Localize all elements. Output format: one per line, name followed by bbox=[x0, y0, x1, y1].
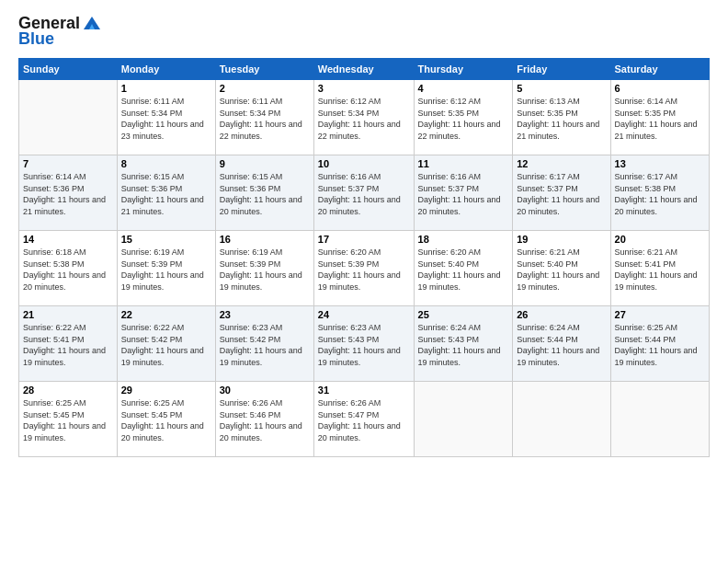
calendar-cell: 16 Sunrise: 6:19 AM Sunset: 5:39 PM Dayl… bbox=[215, 231, 313, 306]
cell-daylight: Daylight: 11 hours and 19 minutes. bbox=[517, 270, 606, 293]
cell-day-number: 7 bbox=[23, 158, 113, 169]
cell-daylight: Daylight: 11 hours and 20 minutes. bbox=[318, 420, 410, 443]
cell-sunrise: Sunrise: 6:25 AM bbox=[615, 322, 705, 334]
cell-daylight: Daylight: 11 hours and 19 minutes. bbox=[615, 345, 705, 368]
cell-day-number: 17 bbox=[318, 234, 410, 245]
cell-info: Sunrise: 6:23 AM Sunset: 5:43 PM Dayligh… bbox=[318, 322, 410, 368]
calendar-cell: 5 Sunrise: 6:13 AM Sunset: 5:35 PM Dayli… bbox=[513, 80, 610, 155]
cell-sunset: Sunset: 5:38 PM bbox=[23, 259, 113, 270]
cell-sunrise: Sunrise: 6:12 AM bbox=[418, 96, 509, 108]
calendar: SundayMondayTuesdayWednesdayThursdayFrid… bbox=[18, 58, 710, 457]
cell-sunrise: Sunrise: 6:21 AM bbox=[615, 247, 705, 259]
cell-info: Sunrise: 6:15 AM Sunset: 5:36 PM Dayligh… bbox=[121, 171, 211, 217]
calendar-cell: 20 Sunrise: 6:21 AM Sunset: 5:41 PM Dayl… bbox=[610, 231, 709, 306]
cell-day-number: 4 bbox=[418, 83, 509, 94]
cell-daylight: Daylight: 11 hours and 20 minutes. bbox=[23, 270, 113, 293]
cell-day-number: 15 bbox=[121, 234, 211, 245]
cell-daylight: Daylight: 11 hours and 21 minutes. bbox=[23, 194, 113, 217]
col-header-saturday: Saturday bbox=[610, 59, 709, 80]
cell-sunset: Sunset: 5:34 PM bbox=[121, 108, 211, 120]
calendar-cell: 10 Sunrise: 6:16 AM Sunset: 5:37 PM Dayl… bbox=[313, 155, 414, 231]
cell-sunset: Sunset: 5:39 PM bbox=[220, 259, 310, 270]
cell-sunset: Sunset: 5:40 PM bbox=[418, 259, 509, 270]
cell-daylight: Daylight: 11 hours and 20 minutes. bbox=[220, 420, 310, 443]
cell-info: Sunrise: 6:22 AM Sunset: 5:42 PM Dayligh… bbox=[121, 322, 211, 368]
cell-sunset: Sunset: 5:37 PM bbox=[318, 183, 410, 195]
cell-sunset: Sunset: 5:42 PM bbox=[121, 334, 211, 346]
cell-day-number: 16 bbox=[220, 234, 310, 245]
logo-blue: Blue bbox=[18, 29, 54, 49]
cell-sunset: Sunset: 5:35 PM bbox=[418, 108, 509, 120]
cell-day-number: 27 bbox=[615, 309, 705, 320]
cell-sunset: Sunset: 5:38 PM bbox=[615, 183, 705, 195]
cell-daylight: Daylight: 11 hours and 19 minutes. bbox=[318, 270, 410, 293]
cell-info: Sunrise: 6:21 AM Sunset: 5:40 PM Dayligh… bbox=[517, 247, 606, 293]
cell-info: Sunrise: 6:14 AM Sunset: 5:35 PM Dayligh… bbox=[615, 96, 705, 142]
cell-sunset: Sunset: 5:39 PM bbox=[121, 259, 211, 270]
calendar-cell: 26 Sunrise: 6:24 AM Sunset: 5:44 PM Dayl… bbox=[513, 306, 610, 382]
calendar-cell: 21 Sunrise: 6:22 AM Sunset: 5:41 PM Dayl… bbox=[19, 306, 118, 382]
cell-sunrise: Sunrise: 6:11 AM bbox=[121, 96, 211, 108]
cell-sunrise: Sunrise: 6:25 AM bbox=[23, 397, 113, 409]
col-header-monday: Monday bbox=[117, 59, 215, 80]
calendar-cell: 1 Sunrise: 6:11 AM Sunset: 5:34 PM Dayli… bbox=[117, 80, 215, 155]
cell-day-number: 30 bbox=[220, 385, 310, 396]
calendar-week-1: 1 Sunrise: 6:11 AM Sunset: 5:34 PM Dayli… bbox=[19, 80, 710, 155]
col-header-sunday: Sunday bbox=[19, 59, 118, 80]
cell-daylight: Daylight: 11 hours and 20 minutes. bbox=[318, 194, 410, 217]
cell-sunset: Sunset: 5:37 PM bbox=[517, 183, 606, 195]
cell-sunset: Sunset: 5:46 PM bbox=[220, 409, 310, 421]
cell-daylight: Daylight: 11 hours and 22 minutes. bbox=[220, 119, 310, 142]
cell-sunrise: Sunrise: 6:19 AM bbox=[220, 247, 310, 259]
page: General Blue SundayMondayTuesdayWednesda… bbox=[0, 0, 728, 563]
calendar-week-2: 7 Sunrise: 6:14 AM Sunset: 5:36 PM Dayli… bbox=[19, 155, 710, 231]
cell-sunrise: Sunrise: 6:16 AM bbox=[418, 171, 509, 183]
cell-sunset: Sunset: 5:37 PM bbox=[418, 183, 509, 195]
cell-sunrise: Sunrise: 6:16 AM bbox=[318, 171, 410, 183]
cell-daylight: Daylight: 11 hours and 19 minutes. bbox=[418, 345, 509, 368]
cell-sunset: Sunset: 5:43 PM bbox=[318, 334, 410, 346]
calendar-cell: 29 Sunrise: 6:25 AM Sunset: 5:45 PM Dayl… bbox=[117, 382, 215, 457]
cell-info: Sunrise: 6:13 AM Sunset: 5:35 PM Dayligh… bbox=[517, 96, 606, 142]
cell-day-number: 26 bbox=[517, 309, 606, 320]
cell-day-number: 14 bbox=[23, 234, 113, 245]
calendar-cell: 4 Sunrise: 6:12 AM Sunset: 5:35 PM Dayli… bbox=[414, 80, 513, 155]
cell-daylight: Daylight: 11 hours and 19 minutes. bbox=[220, 270, 310, 293]
cell-daylight: Daylight: 11 hours and 19 minutes. bbox=[318, 345, 410, 368]
calendar-cell: 24 Sunrise: 6:23 AM Sunset: 5:43 PM Dayl… bbox=[313, 306, 414, 382]
cell-daylight: Daylight: 11 hours and 19 minutes. bbox=[615, 270, 705, 293]
cell-daylight: Daylight: 11 hours and 19 minutes. bbox=[23, 345, 113, 368]
logo: General Blue bbox=[18, 14, 102, 49]
cell-daylight: Daylight: 11 hours and 19 minutes. bbox=[220, 345, 310, 368]
cell-day-number: 10 bbox=[318, 158, 410, 169]
cell-daylight: Daylight: 11 hours and 19 minutes. bbox=[121, 270, 211, 293]
col-header-wednesday: Wednesday bbox=[313, 59, 414, 80]
col-header-tuesday: Tuesday bbox=[215, 59, 313, 80]
cell-sunrise: Sunrise: 6:23 AM bbox=[220, 322, 310, 334]
cell-info: Sunrise: 6:22 AM Sunset: 5:41 PM Dayligh… bbox=[23, 322, 113, 368]
cell-daylight: Daylight: 11 hours and 19 minutes. bbox=[517, 345, 606, 368]
cell-info: Sunrise: 6:26 AM Sunset: 5:47 PM Dayligh… bbox=[318, 397, 410, 443]
cell-info: Sunrise: 6:24 AM Sunset: 5:43 PM Dayligh… bbox=[418, 322, 509, 368]
cell-info: Sunrise: 6:23 AM Sunset: 5:42 PM Dayligh… bbox=[220, 322, 310, 368]
cell-daylight: Daylight: 11 hours and 21 minutes. bbox=[121, 194, 211, 217]
calendar-cell: 27 Sunrise: 6:25 AM Sunset: 5:44 PM Dayl… bbox=[610, 306, 709, 382]
cell-sunset: Sunset: 5:47 PM bbox=[318, 409, 410, 421]
cell-info: Sunrise: 6:15 AM Sunset: 5:36 PM Dayligh… bbox=[220, 171, 310, 217]
cell-info: Sunrise: 6:21 AM Sunset: 5:41 PM Dayligh… bbox=[615, 247, 705, 293]
cell-day-number: 29 bbox=[121, 385, 211, 396]
cell-sunset: Sunset: 5:42 PM bbox=[220, 334, 310, 346]
cell-sunrise: Sunrise: 6:24 AM bbox=[517, 322, 606, 334]
cell-sunrise: Sunrise: 6:12 AM bbox=[318, 96, 410, 108]
cell-daylight: Daylight: 11 hours and 20 minutes. bbox=[418, 194, 509, 217]
calendar-week-4: 21 Sunrise: 6:22 AM Sunset: 5:41 PM Dayl… bbox=[19, 306, 710, 382]
cell-day-number: 6 bbox=[615, 83, 705, 94]
cell-info: Sunrise: 6:25 AM Sunset: 5:45 PM Dayligh… bbox=[23, 397, 113, 443]
cell-sunset: Sunset: 5:43 PM bbox=[418, 334, 509, 346]
cell-sunrise: Sunrise: 6:15 AM bbox=[220, 171, 310, 183]
cell-day-number: 19 bbox=[517, 234, 606, 245]
cell-sunset: Sunset: 5:36 PM bbox=[220, 183, 310, 195]
cell-sunrise: Sunrise: 6:17 AM bbox=[517, 171, 606, 183]
cell-sunset: Sunset: 5:34 PM bbox=[318, 108, 410, 120]
cell-day-number: 22 bbox=[121, 309, 211, 320]
